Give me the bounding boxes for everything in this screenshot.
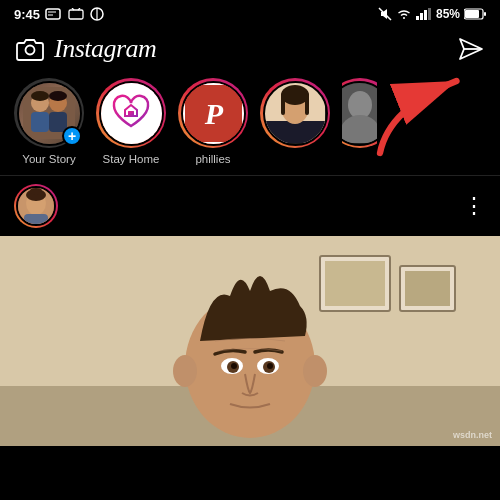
svg-point-30 — [281, 85, 309, 105]
post-avatar-inner — [16, 186, 56, 226]
svg-rect-31 — [281, 93, 285, 115]
story-avatar-wrap-partial — [342, 78, 377, 148]
battery-text: 85% — [436, 7, 460, 21]
svg-point-58 — [267, 363, 273, 369]
avatar-phillies: P — [183, 83, 244, 144]
svg-rect-1 — [69, 10, 83, 19]
feed-image: wsdn.net — [0, 236, 500, 446]
svg-point-51 — [173, 355, 197, 387]
svg-text:P: P — [203, 97, 223, 130]
mute-icon — [378, 7, 392, 21]
svg-rect-47 — [405, 271, 450, 306]
story-ring-partial — [342, 78, 377, 148]
story-label-phillies: phillies — [195, 153, 230, 165]
svg-rect-24 — [128, 111, 134, 116]
app-title: Instagram — [54, 34, 156, 64]
woman-svg — [265, 83, 325, 143]
svg-rect-28 — [265, 121, 325, 143]
svg-rect-40 — [24, 214, 48, 224]
status-right: 85% — [378, 7, 486, 21]
story-label-stay-home: Stay Home — [103, 153, 160, 165]
svg-rect-13 — [484, 12, 486, 16]
story-ring-phillies: P — [178, 78, 248, 148]
partial-svg — [342, 83, 377, 143]
story-inner-partial — [342, 81, 377, 146]
svg-rect-12 — [465, 10, 479, 18]
story-woman[interactable] — [260, 78, 330, 153]
svg-point-22 — [49, 91, 67, 101]
story-label-your-story: Your Story — [22, 153, 75, 165]
svg-rect-10 — [428, 8, 431, 20]
story-phillies[interactable]: P phillies — [178, 78, 248, 165]
battery-icon — [464, 8, 486, 20]
stay-home-svg — [108, 90, 154, 136]
story-avatar-wrap-your-story: + — [14, 78, 84, 148]
svg-rect-0 — [46, 9, 60, 19]
story-avatar-wrap-phillies: P — [178, 78, 248, 148]
svg-rect-8 — [420, 13, 423, 20]
svg-rect-7 — [416, 16, 419, 20]
stories-row: + Your Story — [0, 72, 500, 175]
post-options-button[interactable]: ⋮ — [463, 193, 486, 219]
svg-point-35 — [342, 115, 377, 143]
status-bar: 9:45 — [0, 0, 500, 28]
svg-rect-32 — [305, 93, 309, 115]
svg-rect-18 — [31, 112, 49, 132]
header-left: Instagram — [16, 34, 156, 64]
avatar-stayhome — [101, 83, 162, 144]
svg-point-34 — [348, 91, 372, 119]
story-avatar-wrap-stay-home — [96, 78, 166, 148]
send-icon[interactable] — [458, 37, 484, 61]
watermark: wsdn.net — [453, 430, 492, 440]
svg-point-57 — [231, 363, 237, 369]
svg-point-52 — [303, 355, 327, 387]
story-your-story[interactable]: + Your Story — [14, 78, 84, 165]
svg-point-14 — [26, 46, 35, 55]
signal-icon — [416, 8, 432, 20]
tv-icon — [68, 8, 84, 20]
story-inner-phillies: P — [181, 81, 246, 146]
post-user-wrap — [14, 184, 58, 228]
post-avatar-svg — [18, 188, 54, 224]
feed-post-header: ⋮ — [0, 176, 500, 236]
add-story-badge[interactable]: + — [62, 126, 82, 146]
story-ring-woman — [260, 78, 330, 148]
story-partial[interactable] — [342, 78, 377, 148]
status-time: 9:45 — [14, 7, 40, 22]
post-avatar-ring[interactable] — [14, 184, 58, 228]
app-header: Instagram — [0, 28, 500, 72]
story-avatar-wrap-woman — [260, 78, 330, 148]
phillies-svg: P — [186, 86, 241, 141]
svg-point-21 — [31, 91, 49, 101]
wifi-icon — [396, 7, 412, 21]
message-icon — [45, 8, 63, 20]
svg-rect-9 — [424, 10, 427, 20]
status-left: 9:45 — [14, 7, 105, 22]
camera-icon[interactable] — [16, 37, 44, 61]
circle-icon — [89, 7, 105, 21]
story-inner-stay-home — [99, 81, 164, 146]
feed-photo-svg — [0, 236, 500, 446]
story-inner-woman — [263, 81, 328, 146]
story-stay-home[interactable]: Stay Home — [96, 78, 166, 165]
story-ring-stay-home — [96, 78, 166, 148]
svg-rect-45 — [325, 261, 385, 306]
app-screen: 9:45 — [0, 0, 500, 500]
